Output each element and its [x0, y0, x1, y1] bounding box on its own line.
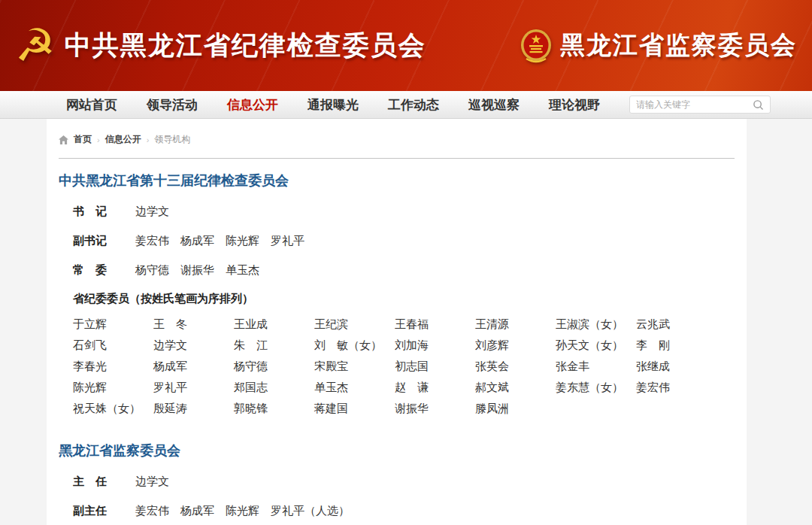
member-name: 朱 江: [234, 335, 314, 356]
member-name: 王春福: [395, 314, 475, 335]
member-name: 蒋建国: [314, 398, 395, 419]
role-row: 常 委 杨守德 谢振华 单玉杰: [73, 262, 735, 278]
site-title-left: 中共黑龙江省纪律检查委员会: [65, 28, 426, 63]
member-name: 祝天姝（女）: [73, 398, 153, 419]
member-name: 郑国志: [234, 377, 314, 398]
member-name: 边学文: [153, 335, 234, 356]
member-name: 刘加海: [395, 335, 475, 356]
member-name: 郭晓锋: [234, 398, 314, 419]
role-names: 杨守德 谢振华 单玉杰: [135, 262, 259, 278]
member-name: 张继成: [636, 356, 717, 377]
member-name: 王清源: [475, 314, 556, 335]
section2-title: 黑龙江省监察委员会: [59, 442, 735, 460]
breadcrumb-home[interactable]: 首页: [74, 133, 92, 146]
member-name: 王 冬: [153, 314, 234, 335]
member-name: 姜东慧（女）: [556, 377, 636, 398]
members-heading: 省纪委委员（按姓氏笔画为序排列）: [73, 292, 735, 306]
member-name: 宋殿宝: [314, 356, 395, 377]
member-name: 郝文斌: [475, 377, 556, 398]
discipline-commission-brand: ☭ 中共黑龙江省纪律检查委员会: [15, 23, 426, 68]
role-row: 副书记 姜宏伟 杨成军 陈光辉 罗礼平: [73, 233, 735, 248]
nav-item[interactable]: 信息公开: [227, 96, 278, 114]
member-name: 单玉杰: [314, 377, 395, 398]
member-name: 殷延涛: [153, 398, 234, 419]
role-label: 书 记: [73, 204, 117, 219]
main-content: 首页 › 信息公开 › 领导机构 中共黑龙江省第十三届纪律检查委员会 书 记 边…: [47, 119, 747, 525]
nav-item[interactable]: 理论视野: [549, 96, 600, 114]
member-name: 刘彦辉: [475, 335, 556, 356]
member-name: 姜宏伟: [636, 377, 717, 398]
breadcrumb-info-disclosure[interactable]: 信息公开: [105, 133, 141, 146]
main-nav: 网站首页 领导活动 信息公开 通报曝光 工作动态 巡视巡察 理论视野: [0, 91, 812, 119]
nav-item[interactable]: 领导活动: [147, 96, 198, 114]
member-name: 杨守德: [234, 356, 314, 377]
members-grid: 于立辉 王 冬 王业成 王纪滨 王春福 王清源 王淑滨（女） 云兆武 石剑飞 边…: [73, 314, 735, 419]
member-name: 李 刚: [636, 335, 717, 356]
member-name: 陈光辉: [73, 377, 153, 398]
member-name: 滕凤洲: [475, 398, 556, 419]
member-name: 孙天文（女）: [556, 335, 636, 356]
section1-title: 中共黑龙江省第十三届纪律检查委员会: [59, 171, 735, 190]
breadcrumb-current: 领导机构: [154, 133, 190, 146]
breadcrumb-separator: ›: [147, 135, 150, 144]
role-row: 副主任 姜宏伟 杨成军 陈光辉 罗礼平（人选）: [73, 503, 735, 518]
nav-item[interactable]: 网站首页: [66, 96, 117, 114]
member-name: 张金丰: [556, 356, 636, 377]
member-name: 谢振华: [395, 398, 475, 419]
home-icon: [59, 135, 68, 144]
nav-item[interactable]: 巡视巡察: [468, 96, 520, 114]
role-names: 边学文: [135, 474, 169, 489]
member-name: 王淑滨（女）: [556, 314, 636, 335]
role-row: 主 任 边学文: [73, 474, 735, 489]
breadcrumb-divider: [59, 158, 735, 159]
nav-item[interactable]: 通报曝光: [308, 96, 359, 114]
member-name: 于立辉: [73, 314, 153, 335]
member-name: 刘 敏（女）: [314, 335, 395, 356]
role-names: 姜宏伟 杨成军 陈光辉 罗礼平: [135, 233, 304, 248]
member-name: 王纪滨: [314, 314, 395, 335]
role-label: 常 委: [73, 262, 117, 278]
search-box[interactable]: [629, 96, 771, 114]
nav-item[interactable]: 工作动态: [388, 96, 439, 114]
member-name: 王业成: [234, 314, 314, 335]
role-label: 主 任: [73, 474, 117, 489]
member-name: 石剑飞: [73, 335, 153, 356]
breadcrumb-separator: ›: [97, 135, 100, 144]
role-names: 姜宏伟 杨成军 陈光辉 罗礼平（人选）: [135, 503, 350, 518]
member-name: 云兆武: [636, 314, 717, 335]
supervisory-commission-section: 黑龙江省监察委员会 主 任 边学文 副主任 姜宏伟 杨成军 陈光辉 罗礼平（人选…: [59, 442, 735, 525]
site-title-right: 黑龙江省监察委员会: [560, 29, 797, 62]
member-name: 杨成军: [153, 356, 234, 377]
member-name: 初志国: [395, 356, 475, 377]
site-banner: ☭ 中共黑龙江省纪律检查委员会 黑龙江省监察委员会: [0, 0, 812, 91]
member-name: 罗礼平: [153, 377, 234, 398]
role-label: 副主任: [73, 503, 117, 518]
member-name: 李春光: [73, 356, 153, 377]
search-icon[interactable]: [753, 99, 764, 111]
party-emblem-icon: ☭: [15, 23, 56, 68]
role-row: 书 记 边学文: [73, 204, 735, 219]
member-name: 张英会: [475, 356, 556, 377]
supervisory-commission-brand: 黑龙江省监察委员会: [520, 29, 797, 63]
national-emblem-icon: [520, 29, 552, 63]
role-names: 边学文: [135, 204, 169, 219]
role-label: 副书记: [73, 233, 117, 248]
search-input[interactable]: [636, 99, 753, 110]
breadcrumb: 首页 › 信息公开 › 领导机构: [59, 133, 735, 146]
discipline-commission-section: 中共黑龙江省第十三届纪律检查委员会 书 记 边学文 副书记 姜宏伟 杨成军 陈光…: [59, 171, 735, 419]
member-name: 赵 谦: [395, 377, 475, 398]
